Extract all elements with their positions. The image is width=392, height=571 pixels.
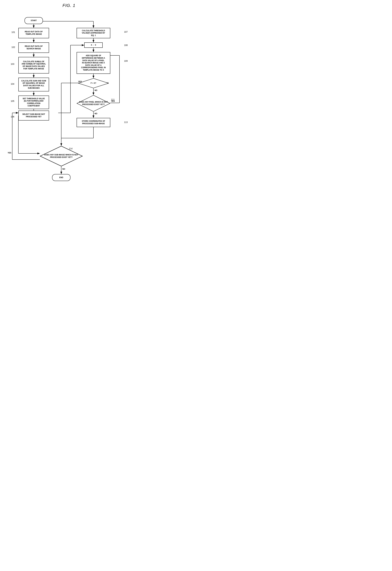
node-114: DOES ANY SUB-IMAGE WHICH IS NOT PROCESSE… [40, 146, 83, 166]
node-102: READ OUT DATA OF SEARCH IMAGE [18, 43, 49, 53]
node-108: X ← 0 [84, 43, 103, 48]
step-102-label: 102 [12, 46, 15, 48]
step-105-label: 105 [11, 100, 14, 102]
node-103: CALCULATE SUM(A) OF AND SUM(B) OF SQUARE… [18, 57, 49, 73]
node-114-label: DOES ANY SUB-IMAGE WHICH IS NOT PROCESSE… [40, 152, 83, 160]
flowchart: YES NO YES NO YES NO [3, 13, 135, 196]
node-101-label: READ OUT DATA OF TEMPLATE IMAGE [25, 31, 43, 35]
node-110-label: F < X? [89, 81, 98, 86]
svg-text:YES: YES [8, 152, 11, 154]
node-101: READ OUT DATA OF TEMPLATE IMAGE [18, 28, 49, 38]
svg-text:NO: NO [95, 89, 97, 91]
node-109-label: ADD SQUARE OF DIFFERENCE BETWEEN A DATA … [81, 55, 106, 71]
node-113: STORE COORDINATES OF PROCESSED SUB-IMAGE [77, 118, 110, 127]
step-104-label: 104 [11, 83, 14, 85]
node-113-label: STORE COORDINATES OF PROCESSED SUB-IMAGE [82, 120, 105, 125]
node-104: CALCULATE SUM AND SUM OF SQUARES, OF IMA… [18, 78, 49, 91]
node-105-label: SET THRESHOLD VALUE (E) FOR NORMALIZED C… [23, 98, 45, 107]
node-107: CALCULATE THRESHOLD VALUE(F) EXPRESSED B… [77, 28, 110, 38]
step-109-label: 109 [124, 60, 128, 62]
node-102-label: READ OUT DATA OF SEARCH IMAGE [25, 45, 43, 50]
node-109: ADD SQUARE OF DIFFERENCE BETWEEN A DATA … [77, 52, 110, 74]
end-label: END [59, 176, 63, 179]
node-103-label: CALCULATE SUM(A) OF AND SUM(B) OF SQUARE… [22, 60, 46, 70]
node-107-label: CALCULATE THRESHOLD VALUE(F) EXPRESSED B… [82, 29, 105, 37]
start-node: START [25, 17, 43, 24]
node-106: SELECT SUB-IMAGE NOT PROCESSED YET [18, 111, 49, 120]
node-108-label: X ← 0 [91, 44, 96, 46]
node-104-label: CALCULATE SUM AND SUM OF SQUARES, OF IMA… [21, 80, 46, 89]
svg-text:NO: NO [95, 113, 97, 115]
node-111: DOES ANY PIXEL WHICH IS NOT PROCESSED EX… [77, 95, 110, 112]
node-106-label: SELECT SUB-IMAGE NOT PROCESSED YET [22, 113, 45, 118]
start-label: START [31, 19, 37, 22]
step-113-label: 113 [124, 121, 128, 123]
node-105: SET THRESHOLD VALUE (E) FOR NORMALIZED C… [18, 96, 49, 109]
step-101-label: 101 [12, 31, 15, 33]
step-108-label: 108 [124, 44, 128, 46]
node-111-label: DOES ANY PIXEL WHICH IS NOT PROCESSED EX… [77, 99, 110, 107]
step-103-label: 103 [11, 63, 14, 65]
step-111-label: 111 [111, 98, 115, 101]
node-110: F < X? [78, 78, 109, 88]
svg-text:NO: NO [62, 168, 65, 170]
end-node: END [52, 174, 71, 181]
page-title: FIG. 1 [3, 3, 135, 8]
step-106-label: 106 [11, 115, 14, 118]
step-107-label: 107 [124, 31, 128, 33]
